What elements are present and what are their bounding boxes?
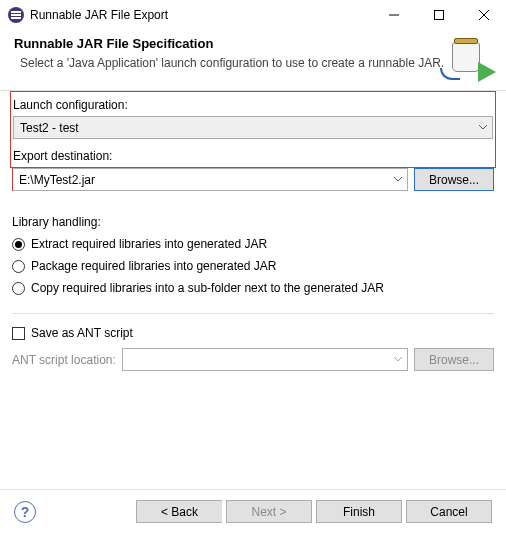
back-button[interactable]: < Back xyxy=(136,500,222,523)
export-destination-combo[interactable] xyxy=(12,168,408,191)
browse-label: Browse... xyxy=(429,353,479,367)
cancel-button[interactable]: Cancel xyxy=(406,500,492,523)
ant-location-label: ANT script location: xyxy=(12,353,116,367)
wizard-header: Runnable JAR File Specification Select a… xyxy=(0,30,506,91)
chevron-down-icon xyxy=(389,357,407,362)
page-subtitle: Select a 'Java Application' launch confi… xyxy=(14,55,448,71)
launch-config-combo[interactable] xyxy=(13,116,493,139)
help-button[interactable]: ? xyxy=(14,501,36,523)
radio-package[interactable]: Package required libraries into generate… xyxy=(12,255,494,277)
export-destination-label: Export destination: xyxy=(11,143,495,167)
svg-rect-1 xyxy=(434,11,443,20)
wizard-footer: ? < Back Next > Finish Cancel xyxy=(0,489,506,533)
ant-location-combo xyxy=(122,348,408,371)
radio-icon xyxy=(12,238,25,251)
export-destination-field[interactable] xyxy=(13,169,389,190)
browse-ant-button: Browse... xyxy=(414,348,494,371)
radio-icon xyxy=(12,282,25,295)
launch-config-label: Launch configuration: xyxy=(11,92,495,116)
checkbox-icon xyxy=(12,327,25,340)
finish-button[interactable]: Finish xyxy=(316,500,402,523)
ant-location-field xyxy=(123,349,389,370)
radio-icon xyxy=(12,260,25,273)
save-ant-label: Save as ANT script xyxy=(31,326,133,340)
highlighted-region: Launch configuration: Export destination… xyxy=(10,91,496,168)
maximize-button[interactable] xyxy=(416,0,461,30)
radio-package-label: Package required libraries into generate… xyxy=(31,259,276,273)
close-button[interactable] xyxy=(461,0,506,30)
radio-copy[interactable]: Copy required libraries into a sub-folde… xyxy=(12,277,494,299)
radio-extract-label: Extract required libraries into generate… xyxy=(31,237,267,251)
chevron-down-icon xyxy=(389,177,407,182)
eclipse-icon xyxy=(8,7,24,23)
separator xyxy=(12,313,494,314)
library-handling-label: Library handling: xyxy=(12,209,494,233)
page-title: Runnable JAR File Specification xyxy=(14,36,448,51)
titlebar: Runnable JAR File Export xyxy=(0,0,506,30)
next-button: Next > xyxy=(226,500,312,523)
launch-config-value[interactable] xyxy=(14,117,474,138)
save-ant-checkbox[interactable]: Save as ANT script xyxy=(10,324,496,342)
jar-export-icon xyxy=(448,36,492,80)
radio-copy-label: Copy required libraries into a sub-folde… xyxy=(31,281,384,295)
window-title: Runnable JAR File Export xyxy=(30,8,371,22)
browse-destination-button[interactable]: Browse... xyxy=(414,168,494,191)
radio-extract[interactable]: Extract required libraries into generate… xyxy=(12,233,494,255)
minimize-button[interactable] xyxy=(371,0,416,30)
chevron-down-icon xyxy=(474,125,492,130)
browse-label: Browse... xyxy=(429,173,479,187)
